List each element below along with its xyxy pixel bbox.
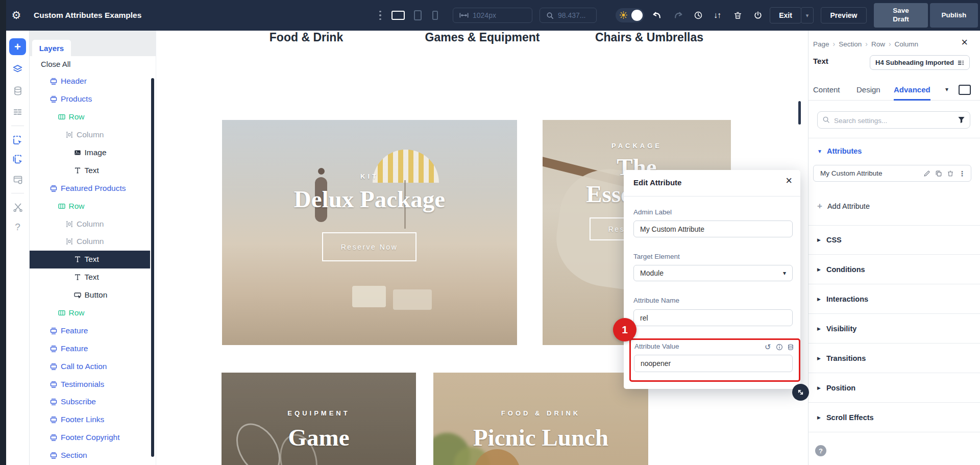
funnel-icon[interactable] <box>958 116 965 124</box>
dynamic-content-icon[interactable] <box>787 344 794 351</box>
tab-design[interactable]: Design <box>856 82 880 101</box>
section-visibility[interactable]: ▶Visibility <box>808 314 980 344</box>
exit-caret-button[interactable]: ▾ <box>801 7 814 23</box>
list-icon[interactable] <box>6 107 29 117</box>
tools-icon[interactable] <box>6 202 29 212</box>
tab-layers[interactable]: Layers <box>32 40 71 56</box>
reset-icon[interactable]: ↺ <box>765 342 771 352</box>
history-icon[interactable] <box>692 0 705 31</box>
layer-item-footer-links[interactable]: Footer Links <box>29 411 150 429</box>
layer-item-button[interactable]: Button <box>29 286 150 304</box>
desktop-icon[interactable] <box>390 0 406 31</box>
layers-icon[interactable] <box>6 64 29 75</box>
layer-item-subscribe[interactable]: Subscribe <box>29 393 150 411</box>
layer-item-row[interactable]: Row <box>29 304 150 322</box>
breadcrumb-item-row[interactable]: Row <box>871 40 885 48</box>
viewport-width-field[interactable]: 1024px <box>453 8 532 23</box>
section-conditions[interactable]: ▶Conditions <box>808 255 980 284</box>
section-interactions[interactable]: ▶Interactions <box>808 284 980 314</box>
gear-icon[interactable]: ⚙ <box>8 0 24 31</box>
redo-icon[interactable] <box>672 0 685 31</box>
library-icon[interactable] <box>6 175 29 185</box>
layer-item-feature[interactable]: Feature <box>29 339 150 357</box>
attribute-value-input[interactable] <box>634 355 793 372</box>
layer-item-section[interactable]: Section <box>29 447 150 464</box>
close-all-button[interactable]: Close All <box>41 60 70 68</box>
save-draft-button[interactable]: Save Draft <box>874 3 928 28</box>
layer-item-testimonials[interactable]: Testimonials <box>29 375 150 393</box>
caret-down-icon: ▾ <box>783 270 786 277</box>
layer-item-column[interactable]: Column <box>29 126 150 144</box>
preview-button[interactable]: Preview <box>821 7 867 23</box>
layers-scrollbar[interactable] <box>151 78 154 457</box>
tablet-icon[interactable] <box>411 0 424 31</box>
featured-card-delux-package[interactable]: KIT Delux Package Reserve Now <box>222 120 517 345</box>
canvas-scrollbar[interactable] <box>798 101 801 125</box>
power-icon[interactable] <box>751 0 765 31</box>
tab-content[interactable]: Content <box>813 82 840 101</box>
database-icon[interactable] <box>6 86 29 96</box>
attributes-section-header[interactable]: ▼ Attributes <box>817 147 862 155</box>
close-icon[interactable]: × <box>961 37 968 48</box>
desktop-view-icon[interactable] <box>959 85 971 95</box>
builder-mode-toggle[interactable] <box>616 8 644 22</box>
help-icon[interactable]: ? <box>6 222 29 233</box>
publish-button[interactable]: Publish <box>930 3 978 28</box>
layer-item-image[interactable]: Image <box>29 144 150 162</box>
section-transitions[interactable]: ▶Transitions <box>808 344 980 373</box>
attribute-item-row[interactable]: My Custom Attribute ⋮ <box>813 165 971 182</box>
add-module-button[interactable]: + <box>9 38 26 55</box>
trash-icon[interactable] <box>947 170 954 177</box>
search-settings-field[interactable] <box>817 111 970 129</box>
modal-resize-handle[interactable] <box>792 384 809 401</box>
layer-item-column[interactable]: Column <box>29 233 150 251</box>
preset-button[interactable]: H4 Subheading Imported <box>870 55 970 70</box>
caret-down-icon[interactable]: ▾ <box>945 86 948 93</box>
attribute-name-input[interactable] <box>633 309 793 326</box>
target-element-select[interactable]: Module ▾ <box>633 265 793 281</box>
layer-item-products[interactable]: Products <box>29 90 150 108</box>
layer-item-header[interactable]: Header <box>29 72 150 90</box>
layer-item-column[interactable]: Column <box>29 215 150 233</box>
reserve-now-button[interactable]: Reserve Now <box>322 232 416 261</box>
exit-button[interactable]: Exit <box>770 7 801 23</box>
column-layer-icon <box>66 238 73 245</box>
info-icon[interactable] <box>776 344 783 351</box>
phone-icon[interactable] <box>430 0 440 31</box>
layer-item-text[interactable]: Text <box>29 268 150 286</box>
insert-module-icon[interactable] <box>6 135 29 145</box>
layer-item-row[interactable]: Row <box>29 197 150 215</box>
undo-icon[interactable] <box>650 0 664 31</box>
layer-item-footer-copyright[interactable]: Footer Copyright <box>29 429 150 447</box>
tri-right-icon: ▶ <box>817 267 821 272</box>
category-card-picnic-lunch[interactable]: FOOD & DRINK Picnic Lunch <box>433 373 648 465</box>
admin-label-input[interactable] <box>633 221 793 237</box>
sort-icon[interactable]: ↓↑ <box>710 0 724 31</box>
category-card-game[interactable]: EQUIPMENT Game <box>222 373 416 465</box>
tab-advanced[interactable]: Advanced <box>894 82 930 101</box>
help-icon[interactable]: ? <box>815 445 826 456</box>
search-settings-input[interactable] <box>833 112 952 129</box>
layer-item-text[interactable]: Text <box>29 161 150 179</box>
kebab-icon[interactable] <box>377 0 384 31</box>
breadcrumb-item-section[interactable]: Section <box>839 40 862 48</box>
close-icon[interactable]: × <box>786 175 792 186</box>
target-element-label: Target Element <box>633 253 680 260</box>
pencil-icon[interactable] <box>923 170 930 177</box>
layer-item-text[interactable]: Text <box>29 251 150 268</box>
breadcrumb-item-column[interactable]: Column <box>895 40 919 48</box>
section-scroll-effects[interactable]: ▶Scroll Effects <box>808 403 980 432</box>
section-position[interactable]: ▶Position <box>808 373 980 403</box>
layer-item-row[interactable]: Row <box>29 108 150 126</box>
duplicate-icon[interactable] <box>935 170 942 177</box>
layer-item-featured-products[interactable]: Featured Products <box>29 179 150 197</box>
trash-icon[interactable] <box>731 0 744 31</box>
layer-item-call-to-action[interactable]: Call to Action <box>29 357 150 375</box>
copy-module-icon[interactable] <box>6 154 29 165</box>
add-attribute-button[interactable]: + Add Attribute <box>817 201 870 211</box>
zoom-level-field[interactable]: 98.437... <box>540 8 597 23</box>
breadcrumb-item-page[interactable]: Page <box>813 40 829 48</box>
section-css[interactable]: ▶CSS <box>808 225 980 255</box>
kebab-icon[interactable]: ⋮ <box>959 169 966 178</box>
layer-item-feature[interactable]: Feature <box>29 322 150 339</box>
